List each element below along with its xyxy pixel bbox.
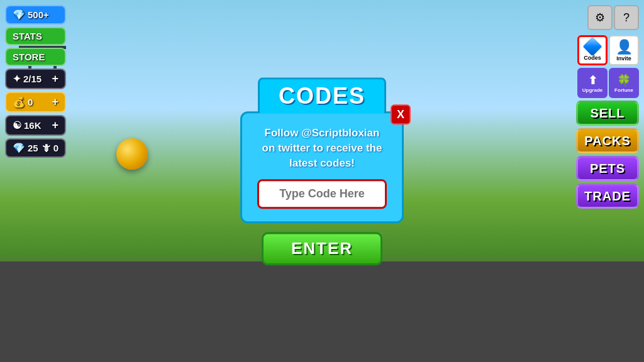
gem-count: 500+ bbox=[28, 9, 49, 20]
yin-yang-plus: + bbox=[52, 119, 59, 132]
help-button[interactable]: ? bbox=[614, 5, 639, 30]
codes-body: X Follow @Scriptbloxian on twitter to re… bbox=[240, 111, 404, 223]
sell-label: SELL bbox=[590, 106, 625, 121]
upgrade-label: Upgrade bbox=[582, 87, 602, 93]
coins-badge: 💰 0 + bbox=[5, 92, 66, 112]
coins-plus: + bbox=[52, 96, 59, 109]
invite-icon: 👤 bbox=[616, 39, 633, 55]
gem-icon: 💎 bbox=[13, 9, 25, 21]
codes-diamond-icon bbox=[582, 36, 602, 56]
invite-button[interactable]: 👤 Invite bbox=[609, 35, 639, 65]
right-sidebar: ⚙ ? Codes 👤 Invite ⬆ Upgrade 🍀 Fortune S… bbox=[576, 5, 639, 209]
pets-label: PETS bbox=[590, 162, 625, 176]
sell-button[interactable]: SELL bbox=[576, 101, 639, 126]
close-button[interactable]: X bbox=[391, 104, 411, 124]
store-button[interactable]: STORE bbox=[5, 48, 66, 66]
code-input[interactable] bbox=[268, 188, 376, 201]
gem-count-badge: 💎 500+ bbox=[5, 5, 66, 25]
enter-button[interactable]: ENTER bbox=[262, 233, 382, 266]
upgrade-icon: ⬆ bbox=[588, 74, 597, 87]
stats-label: STATS bbox=[13, 31, 42, 41]
gems-icon: 💎 bbox=[13, 142, 25, 154]
pets-button[interactable]: PETS bbox=[576, 156, 639, 181]
yin-yang-badge: ☯ 16K + bbox=[5, 115, 66, 136]
coins-count: 0 bbox=[28, 97, 33, 107]
left-sidebar: 💎 500+ STATS STORE ✦ 2/15 + 💰 0 + ☯ 16K … bbox=[5, 5, 66, 158]
upgrade-fortune-row: ⬆ Upgrade 🍀 Fortune bbox=[577, 68, 639, 98]
inventory-plus: + bbox=[52, 72, 59, 85]
code-input-container bbox=[257, 180, 387, 209]
inventory-badge[interactable]: ✦ 2/15 + bbox=[5, 69, 66, 89]
fortune-icon: 🍀 bbox=[617, 74, 631, 87]
codes-description: Follow @Scriptbloxian on twitter to rece… bbox=[257, 126, 387, 170]
sword-badge: 💎 25 🗡 0 bbox=[5, 138, 66, 158]
codes-sidebar-button[interactable]: Codes bbox=[577, 35, 608, 65]
yellow-coin bbox=[116, 138, 148, 170]
star-icon: ✦ bbox=[13, 73, 21, 85]
codes-title: CODES bbox=[258, 77, 386, 113]
fortune-button[interactable]: 🍀 Fortune bbox=[609, 68, 639, 98]
trade-label: TRADE bbox=[584, 189, 631, 204]
road bbox=[0, 261, 644, 362]
sword-count: 0 bbox=[53, 143, 58, 153]
inventory-count: 2/15 bbox=[23, 74, 42, 84]
store-label: STORE bbox=[13, 52, 45, 62]
trade-button[interactable]: TRADE bbox=[576, 184, 639, 209]
sword-icon: 🗡 bbox=[41, 143, 51, 154]
packs-label: PACKS bbox=[584, 134, 631, 148]
fortune-label: Fortune bbox=[614, 87, 633, 93]
codes-modal: CODES X Follow @Scriptbloxian on twitter… bbox=[240, 77, 404, 265]
gems-25: 25 bbox=[28, 143, 38, 153]
upgrade-button[interactable]: ⬆ Upgrade bbox=[577, 68, 608, 98]
coin-icon: 💰 bbox=[13, 96, 25, 108]
settings-button[interactable]: ⚙ bbox=[587, 5, 613, 30]
yin-yang-icon: ☯ bbox=[13, 119, 21, 131]
stats-button[interactable]: STATS bbox=[5, 27, 66, 45]
codes-invite-row: Codes 👤 Invite bbox=[577, 35, 639, 65]
packs-button[interactable]: PACKS bbox=[576, 128, 639, 153]
top-icon-row: ⚙ ? bbox=[587, 5, 639, 30]
yin-yang-count: 16K bbox=[24, 120, 42, 131]
invite-label: Invite bbox=[616, 55, 631, 62]
